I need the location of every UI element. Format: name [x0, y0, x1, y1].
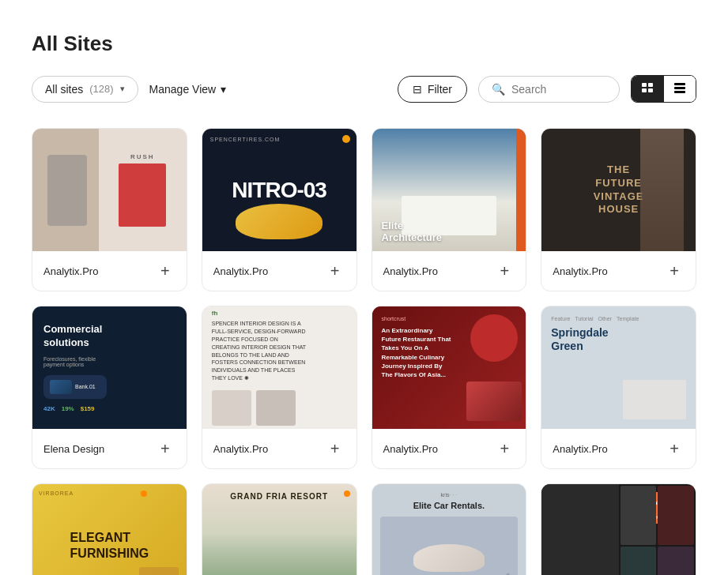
card-title: Analytix.Pro — [213, 443, 268, 455]
view-toggle — [631, 75, 696, 103]
site-card: fh SPENCER INTERIOR DESIGN IS A FULL-SER… — [202, 306, 357, 469]
svg-rect-6 — [674, 91, 685, 93]
add-site-button[interactable]: + — [494, 261, 515, 281]
grid-view-button[interactable] — [664, 76, 696, 102]
card-title: Analytix.Pro — [383, 265, 438, 277]
site-card: FeatureTutorialOtherTemplate SpringdaleG… — [541, 306, 696, 469]
site-card: THEFUTUREVINTAGEHOUSE Analytix.Pro + — [541, 128, 696, 291]
search-box: 🔍 — [478, 76, 620, 103]
search-icon: 🔍 — [492, 83, 505, 96]
card-title: Analytix.Pro — [383, 443, 438, 455]
site-card: shortcrust An Extraordinary Future Resta… — [372, 306, 527, 469]
add-site-button[interactable]: + — [155, 438, 175, 459]
sites-grid: RUSH Analytix.Pro + SPENCERTIRES.COM NIT… — [32, 128, 696, 575]
manage-view-button[interactable]: Manage View ▾ — [149, 83, 227, 96]
svg-rect-1 — [648, 83, 653, 87]
chevron-down-icon: ▾ — [120, 84, 125, 94]
add-site-button[interactable]: + — [494, 438, 515, 459]
add-site-button[interactable]: + — [325, 438, 345, 459]
svg-rect-5 — [674, 87, 685, 89]
list-view-icon — [641, 81, 654, 96]
site-card: GRAND FRIA RESORT Analytix.Pro + — [202, 483, 357, 575]
sites-count: (128) — [89, 83, 113, 95]
site-card: kris· · · Elite Car Rentals. ↙ Analytix.… — [372, 483, 527, 575]
page-title: All Sites — [32, 32, 696, 56]
list-view-button[interactable] — [632, 76, 664, 102]
card-title: Analytix.Pro — [553, 265, 607, 277]
add-site-button[interactable]: + — [325, 261, 345, 281]
svg-rect-0 — [642, 83, 647, 87]
card-title: Analytix.Pro — [553, 443, 607, 455]
toolbar: All sites (128) ▾ Manage View ▾ ⊟ Filter… — [32, 75, 696, 103]
manage-view-label: Manage View — [149, 83, 217, 96]
svg-rect-2 — [642, 88, 647, 92]
search-input[interactable] — [511, 83, 606, 96]
card-title: Analytix.Pro — [213, 265, 268, 277]
svg-rect-4 — [674, 83, 685, 85]
filter-button[interactable]: ⊟ Filter — [398, 76, 467, 103]
add-site-button[interactable]: + — [664, 438, 685, 459]
site-card: SPENCERTIRES.COM NITRO-03 Analytix.Pro + — [202, 128, 357, 291]
site-card: EliteArchitecture Analytix.Pro + — [372, 128, 527, 291]
card-title: Elena Design — [43, 443, 104, 455]
sites-filter-button[interactable]: All sites (128) ▾ — [32, 76, 138, 103]
site-card: RUSH Analytix.Pro + — [32, 128, 187, 291]
filter-icon: ⊟ — [413, 83, 422, 96]
card-title: Analytix.Pro — [43, 265, 98, 277]
site-card: VIRBOREA ELEGANTFURNISHING Analytix.Pro … — [32, 483, 187, 575]
site-card: Get fit online withself-paced courses An… — [541, 483, 696, 575]
site-card: Commercialsolutions Foreclosures, flexib… — [32, 306, 187, 469]
sites-filter-label: All sites — [45, 83, 83, 96]
svg-rect-3 — [648, 88, 653, 92]
filter-label: Filter — [428, 83, 452, 96]
grid-view-icon — [673, 81, 686, 96]
chevron-down-icon: ▾ — [221, 83, 226, 96]
add-site-button[interactable]: + — [664, 261, 685, 281]
add-site-button[interactable]: + — [155, 261, 175, 281]
